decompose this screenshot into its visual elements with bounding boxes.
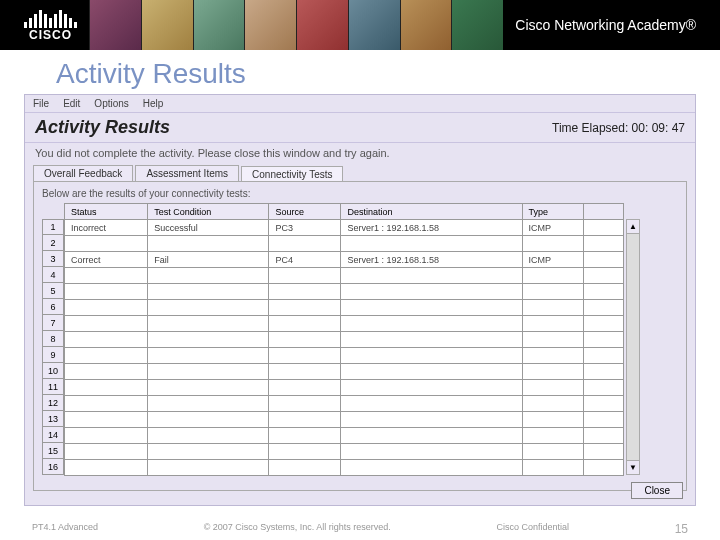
cell-condition	[148, 460, 269, 476]
cell-status	[65, 284, 148, 300]
cell-spacer	[584, 364, 624, 380]
cell-source	[269, 316, 341, 332]
row-numbers: 12345678910111213141516	[42, 219, 64, 476]
col-source[interactable]: Source	[269, 204, 341, 220]
table-row[interactable]	[65, 236, 624, 252]
cell-condition	[148, 268, 269, 284]
row-number[interactable]: 14	[42, 427, 64, 443]
cell-condition	[148, 396, 269, 412]
col-condition[interactable]: Test Condition	[148, 204, 269, 220]
cell-source	[269, 268, 341, 284]
cell-source	[269, 332, 341, 348]
cell-destination	[341, 348, 522, 364]
cell-type	[522, 236, 584, 252]
table-row[interactable]	[65, 380, 624, 396]
cell-spacer	[584, 444, 624, 460]
results-table-wrap: 12345678910111213141516 Status Test Cond…	[42, 203, 678, 476]
activity-results-window: File Edit Options Help Activity Results …	[24, 94, 696, 506]
row-number[interactable]: 2	[42, 235, 64, 251]
results-title: Activity Results	[35, 117, 170, 138]
cell-status	[65, 460, 148, 476]
cell-status	[65, 300, 148, 316]
menu-help[interactable]: Help	[143, 98, 164, 109]
results-table: Status Test Condition Source Destination…	[64, 203, 624, 476]
table-row[interactable]	[65, 444, 624, 460]
cell-source	[269, 380, 341, 396]
col-destination[interactable]: Destination	[341, 204, 522, 220]
cell-type	[522, 348, 584, 364]
cell-spacer	[584, 316, 624, 332]
cell-type	[522, 380, 584, 396]
cell-type	[522, 300, 584, 316]
menu-edit[interactable]: Edit	[63, 98, 80, 109]
table-row[interactable]	[65, 332, 624, 348]
row-number[interactable]: 11	[42, 379, 64, 395]
scroll-down-icon[interactable]: ▼	[627, 460, 639, 474]
cisco-logo-text: CISCO	[29, 28, 72, 42]
row-number[interactable]: 8	[42, 331, 64, 347]
row-number[interactable]: 16	[42, 459, 64, 475]
table-row[interactable]	[65, 348, 624, 364]
table-row[interactable]	[65, 460, 624, 476]
table-row[interactable]	[65, 412, 624, 428]
row-number[interactable]: 5	[42, 283, 64, 299]
tab-connectivity-tests[interactable]: Connectivity Tests	[241, 166, 343, 182]
row-number[interactable]: 1	[42, 219, 64, 235]
cell-destination: Server1 : 192.168.1.58	[341, 252, 522, 268]
cell-condition	[148, 284, 269, 300]
tab-bar: Overall Feedback Assessment Items Connec…	[25, 165, 695, 181]
row-number[interactable]: 6	[42, 299, 64, 315]
row-number[interactable]: 3	[42, 251, 64, 267]
table-row[interactable]	[65, 316, 624, 332]
cell-spacer	[584, 348, 624, 364]
table-row[interactable]	[65, 300, 624, 316]
cell-condition	[148, 316, 269, 332]
table-row[interactable]	[65, 428, 624, 444]
table-row[interactable]	[65, 364, 624, 380]
table-row[interactable]	[65, 396, 624, 412]
cell-status	[65, 412, 148, 428]
scrollbar[interactable]: ▲ ▼	[626, 219, 640, 475]
row-number[interactable]: 15	[42, 443, 64, 459]
cell-status: Incorrect	[65, 220, 148, 236]
row-number[interactable]: 9	[42, 347, 64, 363]
cell-destination	[341, 412, 522, 428]
completion-message: You did not complete the activity. Pleas…	[25, 143, 695, 165]
cell-type	[522, 396, 584, 412]
cell-destination	[341, 396, 522, 412]
row-number[interactable]: 10	[42, 363, 64, 379]
tab-assessment-items[interactable]: Assessment Items	[135, 165, 239, 181]
cell-type	[522, 268, 584, 284]
tab-overall-feedback[interactable]: Overall Feedback	[33, 165, 133, 181]
row-number[interactable]: 12	[42, 395, 64, 411]
cell-status	[65, 380, 148, 396]
row-number[interactable]: 7	[42, 315, 64, 331]
cell-spacer	[584, 332, 624, 348]
cell-type: ICMP	[522, 220, 584, 236]
table-row[interactable]	[65, 284, 624, 300]
footer-center: © 2007 Cisco Systems, Inc. All rights re…	[204, 522, 391, 536]
row-number[interactable]: 4	[42, 267, 64, 283]
academy-label: Cisco Networking Academy®	[515, 17, 696, 33]
table-row[interactable]: IncorrectSuccessfulPC3Server1 : 192.168.…	[65, 220, 624, 236]
menu-file[interactable]: File	[33, 98, 49, 109]
row-number[interactable]: 13	[42, 411, 64, 427]
cell-spacer	[584, 300, 624, 316]
cell-type	[522, 364, 584, 380]
col-type[interactable]: Type	[522, 204, 584, 220]
table-row[interactable]: CorrectFailPC4Server1 : 192.168.1.58ICMP	[65, 252, 624, 268]
close-button[interactable]: Close	[631, 482, 683, 499]
cell-type	[522, 460, 584, 476]
cell-status: Correct	[65, 252, 148, 268]
cell-spacer	[584, 380, 624, 396]
cell-spacer	[584, 412, 624, 428]
col-status[interactable]: Status	[65, 204, 148, 220]
table-row[interactable]	[65, 268, 624, 284]
menu-options[interactable]: Options	[94, 98, 128, 109]
cell-status	[65, 348, 148, 364]
cell-condition	[148, 428, 269, 444]
cell-spacer	[584, 396, 624, 412]
scroll-up-icon[interactable]: ▲	[627, 220, 639, 234]
cell-source: PC4	[269, 252, 341, 268]
cell-status	[65, 332, 148, 348]
